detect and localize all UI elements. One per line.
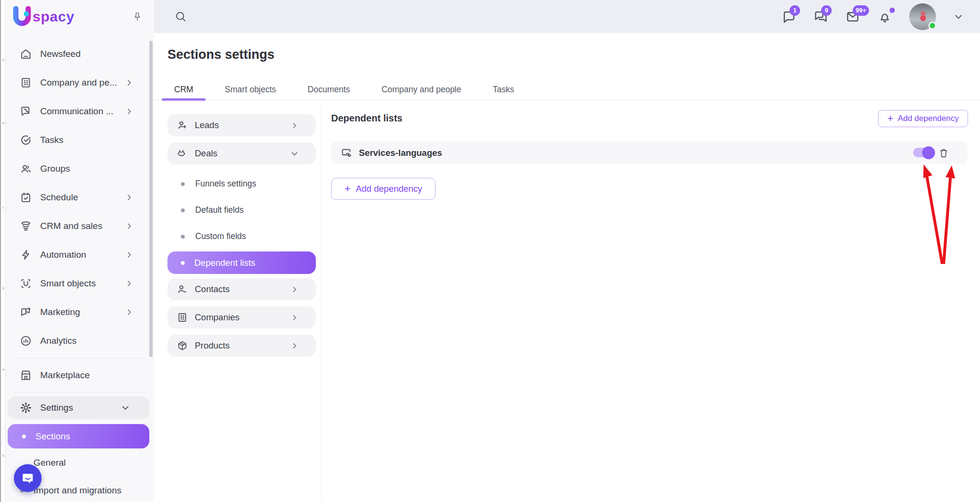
plus-icon: + [345, 184, 351, 194]
bullet-icon [22, 435, 26, 438]
sidebar-nav: Newsfeed Company and pe... Communication… [6, 33, 154, 355]
sidebar-item-smart-objects[interactable]: Smart objects [6, 269, 154, 298]
uspacy-logo[interactable]: spacy [12, 6, 75, 27]
sidebar-item-label: Communication ... [40, 106, 113, 117]
bell-icon[interactable] [878, 10, 892, 24]
main-content: Sections settings CRM Smart objects Docu… [154, 33, 980, 502]
tab-documents[interactable]: Documents [295, 79, 363, 100]
sidebar-item-label: Sections [35, 431, 70, 442]
sidebar-item-marketplace[interactable]: Marketplace [6, 361, 154, 389]
chevron-right-icon [122, 222, 135, 230]
submenu-item-custom-fields[interactable]: Custom fields [167, 223, 316, 250]
analytics-icon [19, 335, 32, 347]
submenu-item-leads[interactable]: Leads [167, 114, 316, 136]
sidebar-item-label: Smart objects [40, 278, 96, 289]
chevron-right-icon [289, 314, 301, 322]
add-dependency-button-top[interactable]: + Add dependency [878, 110, 968, 127]
submenu-item-label: Companies [195, 312, 240, 323]
sidebar-item-sections-active[interactable]: Sections [8, 424, 149, 448]
dependency-name: Services-languages [359, 148, 442, 158]
lead-person-icon [176, 120, 188, 131]
page-title: Sections settings [167, 47, 275, 62]
submenu-item-products[interactable]: Products [167, 335, 316, 357]
sidebar-item-label: Marketing [40, 307, 80, 317]
mail-icon[interactable]: 99+ [845, 10, 860, 24]
sidebar-item-schedule[interactable]: Schedule [6, 183, 154, 212]
submenu-item-companies[interactable]: Companies [167, 306, 316, 328]
submenu-item-default-fields[interactable]: Default fields [167, 197, 316, 223]
dependency-row: Services-languages [331, 142, 968, 164]
sidebar-item-marketing[interactable]: Marketing [6, 298, 154, 327]
user-avatar[interactable] [909, 3, 936, 30]
crm-submenu: Leads Deals Funnels settings Default fie… [167, 114, 316, 363]
uspacy-logo-icon [12, 6, 32, 27]
submenu-item-label: Leads [195, 120, 219, 131]
sidebar-item-tasks[interactable]: Tasks [6, 126, 154, 154]
sidebar-item-crm-and-sales[interactable]: CRM and sales [6, 212, 154, 240]
sidebar-item-newsfeed[interactable]: Newsfeed [6, 40, 154, 68]
sidebar-item-groups[interactable]: Groups [6, 154, 154, 183]
home-icon [19, 48, 32, 60]
group-chats-badge: 9 [821, 5, 832, 16]
calendar-icon [19, 191, 32, 204]
support-chat-widget[interactable] [14, 464, 42, 492]
submenu-item-label: Contacts [195, 284, 230, 295]
building-icon [19, 76, 32, 89]
user-menu-chevron-icon[interactable] [953, 11, 964, 22]
sidebar-item-automation[interactable]: Automation [6, 240, 154, 269]
submenu-item-funnels-settings[interactable]: Funnels settings [167, 171, 316, 197]
sidebar-item-company-and-people[interactable]: Company and pe... [6, 68, 154, 97]
tab-smart-objects[interactable]: Smart objects [212, 79, 289, 100]
annotation-arrows [912, 158, 969, 273]
sidebar-item-label: CRM and sales [40, 221, 102, 231]
chevron-down-icon [289, 149, 301, 158]
megaphone-icon [19, 306, 32, 318]
storefront-icon [19, 369, 32, 382]
submenu-item-deals[interactable]: Deals [167, 142, 316, 164]
panel-heading: Dependent lists [331, 113, 402, 124]
chevron-right-icon [289, 285, 301, 294]
pin-sidebar-icon[interactable] [132, 11, 143, 22]
dependency-toggle-on[interactable] [913, 148, 933, 157]
funnel-layers-icon [19, 220, 32, 232]
contact-person-icon [176, 284, 188, 295]
submenu-item-dependent-lists-active[interactable]: Dependent lists [167, 251, 316, 274]
smart-objects-icon [19, 277, 32, 290]
sidebar-item-label: Import and migrations [33, 485, 122, 496]
tab-crm[interactable]: CRM [162, 79, 206, 100]
sidebar-item-label: Groups [40, 164, 70, 174]
chat-bubble-icon [21, 471, 35, 485]
add-dependency-label: Add dependency [356, 184, 422, 194]
search-icon[interactable] [174, 10, 187, 23]
add-dependency-button-bottom[interactable]: + Add dependency [331, 178, 435, 200]
tab-company-and-people[interactable]: Company and people [369, 79, 473, 100]
chevron-right-icon [122, 279, 135, 288]
online-status-dot [928, 22, 936, 30]
tab-tasks[interactable]: Tasks [480, 79, 527, 100]
building-icon [176, 312, 188, 323]
mail-badge: 99+ [853, 5, 869, 16]
chevron-down-icon [119, 403, 132, 413]
group-chats-icon[interactable]: 9 [813, 10, 828, 24]
sidebar-item-analytics[interactable]: Analytics [6, 327, 154, 355]
sidebar-item-label: Automation [40, 250, 86, 260]
sidebar-item-label: Newsfeed [40, 49, 81, 59]
messenger-icon[interactable]: 1 [782, 10, 796, 24]
lightning-icon [19, 249, 32, 261]
chevron-right-icon [289, 121, 301, 130]
sidebar-item-label: Analytics [40, 336, 77, 346]
sidebar-item-communications[interactable]: Communication ... [6, 97, 154, 126]
trash-icon[interactable] [937, 147, 950, 159]
divider [13, 358, 146, 359]
submenu-item-label: Products [195, 340, 230, 351]
bullet-icon [181, 208, 185, 212]
bullet-icon [181, 235, 185, 239]
box-icon [176, 340, 188, 351]
submenu-item-label: Custom fields [195, 231, 246, 241]
sidebar-scrollbar[interactable] [149, 41, 153, 357]
submenu-item-contacts[interactable]: Contacts [167, 278, 316, 300]
chevron-right-icon [122, 107, 135, 116]
sidebar-item-settings[interactable]: Settings [8, 396, 149, 419]
chevron-right-icon [122, 78, 135, 87]
add-dependency-label: Add dependency [898, 114, 959, 123]
